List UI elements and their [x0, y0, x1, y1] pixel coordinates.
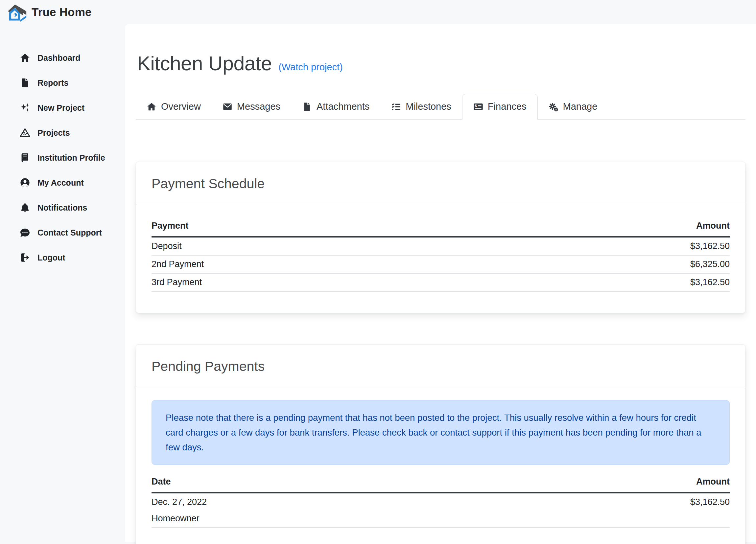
- tab-label: Finances: [488, 101, 527, 112]
- pending-payment-alert: Please note that there is a pending paym…: [152, 400, 730, 465]
- pending-payments-title: Pending Payments: [152, 358, 730, 374]
- payment-cell: Deposit: [152, 237, 481, 255]
- watch-project-link[interactable]: (Watch project): [278, 62, 343, 73]
- tab-milestones[interactable]: Milestones: [380, 94, 462, 119]
- file-icon: [302, 102, 312, 112]
- pending-payments-card: Pending Payments Please note that there …: [136, 344, 745, 544]
- tab-manage[interactable]: Manage: [538, 94, 608, 119]
- sidebar-item-label: Dashboard: [37, 53, 81, 63]
- bell-icon: [20, 202, 30, 213]
- sidebar-item-logout[interactable]: Logout: [0, 245, 125, 270]
- true-home-logo-icon: [7, 4, 28, 23]
- amount-cell: $3,162.50: [489, 493, 730, 528]
- sidebar-item-institution-profile[interactable]: Institution Profile: [0, 145, 125, 170]
- payment-schedule-title: Payment Schedule: [152, 176, 730, 192]
- envelope-icon: [223, 102, 232, 112]
- brand-name: True Home: [32, 6, 92, 19]
- gears-icon: [549, 102, 558, 112]
- sidebar-item-label: Projects: [37, 128, 70, 138]
- file-icon: [20, 78, 30, 88]
- list-check-icon: [391, 102, 401, 112]
- payment-schedule-body: Payment Amount Deposit $3,162.50 2nd Pay…: [136, 204, 745, 313]
- sidebar-item-label: Institution Profile: [37, 153, 105, 163]
- date-cell: Dec. 27, 2022 Homeowner: [152, 493, 489, 528]
- tab-attachments[interactable]: Attachments: [291, 94, 380, 119]
- sidebar-item-label: Contact Support: [37, 227, 102, 238]
- tab-label: Messages: [237, 101, 280, 112]
- table-row: 3rd Payment $3,162.50: [152, 273, 730, 291]
- logout-icon: [20, 252, 30, 263]
- table-row: 2nd Payment $6,325.00: [152, 255, 730, 273]
- project-header: Kitchen Update (Watch project): [136, 52, 745, 75]
- sidebar-item-projects[interactable]: Projects: [0, 120, 125, 145]
- tab-finances[interactable]: $ Finances: [462, 94, 538, 120]
- comment-dots-icon: [20, 227, 30, 238]
- pending-payments-table: Date Amount Dec. 27, 2022 Homeowner $3,1…: [152, 473, 730, 528]
- sidebar-item-label: Reports: [37, 78, 68, 88]
- tab-label: Manage: [563, 101, 598, 112]
- payment-schedule-card: Payment Schedule Payment Amount Deposit …: [136, 162, 745, 313]
- main-content: Kitchen Update (Watch project) Overview …: [125, 24, 756, 542]
- tab-label: Attachments: [317, 101, 369, 112]
- sidebar-item-label: Logout: [37, 252, 65, 263]
- payer-value: Homeowner: [152, 507, 489, 524]
- tab-label: Milestones: [406, 101, 451, 112]
- sidebar-item-new-project[interactable]: New Project: [0, 95, 125, 120]
- pending-payments-body: Please note that there is a pending paym…: [136, 387, 745, 544]
- payment-cell: 2nd Payment: [152, 255, 481, 273]
- tab-label: Overview: [161, 101, 201, 112]
- table-row: Deposit $3,162.50: [152, 237, 730, 255]
- money-check-icon: $: [473, 102, 483, 112]
- sidebar-item-notifications[interactable]: Notifications: [0, 195, 125, 220]
- project-tabs: Overview Messages Attachments Milestones…: [136, 94, 745, 120]
- payment-cell: 3rd Payment: [152, 273, 481, 291]
- date-value: Dec. 27, 2022: [152, 497, 489, 507]
- payment-schedule-header: Payment Schedule: [136, 162, 745, 204]
- sidebar-item-contact-support[interactable]: Contact Support: [0, 220, 125, 245]
- column-header-amount: Amount: [481, 218, 730, 237]
- amount-cell: $3,162.50: [481, 237, 730, 255]
- sidebar-item-label: My Account: [37, 177, 84, 188]
- amount-cell: $6,325.00: [481, 255, 730, 273]
- user-circle-icon: [20, 177, 30, 188]
- table-row: Dec. 27, 2022 Homeowner $3,162.50: [152, 493, 730, 528]
- sparkles-icon: [20, 103, 30, 113]
- payment-schedule-table: Payment Amount Deposit $3,162.50 2nd Pay…: [152, 218, 730, 292]
- sidebar-item-label: Notifications: [37, 202, 87, 213]
- brand[interactable]: True Home: [0, 0, 92, 24]
- sidebar-item-reports[interactable]: Reports: [0, 70, 125, 95]
- pending-payments-header: Pending Payments: [136, 344, 745, 387]
- home-icon: [20, 53, 30, 63]
- column-header-date: Date: [152, 473, 489, 493]
- tab-overview[interactable]: Overview: [136, 94, 212, 119]
- sidebar-item-my-account[interactable]: My Account: [0, 170, 125, 195]
- home-icon: [147, 102, 156, 112]
- construction-icon: [20, 128, 30, 138]
- book-icon: [20, 153, 30, 163]
- sidebar: Dashboard Reports New Project Projects I…: [0, 24, 125, 544]
- column-header-amount: Amount: [489, 473, 730, 493]
- sidebar-item-label: New Project: [37, 103, 84, 113]
- tab-messages[interactable]: Messages: [212, 94, 291, 119]
- svg-text:$: $: [475, 104, 477, 108]
- sidebar-item-dashboard[interactable]: Dashboard: [0, 45, 125, 70]
- column-header-payment: Payment: [152, 218, 481, 237]
- page-title: Kitchen Update: [137, 52, 272, 75]
- amount-cell: $3,162.50: [481, 273, 730, 291]
